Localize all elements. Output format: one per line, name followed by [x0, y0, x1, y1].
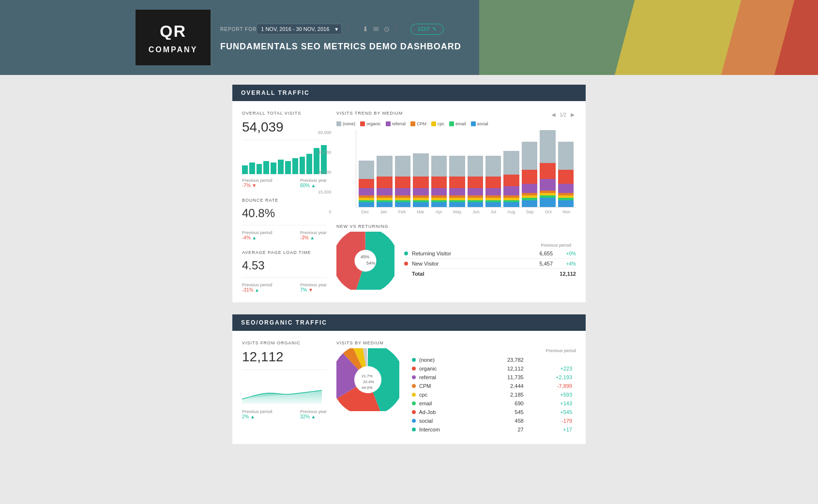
bar-seg-social [485, 202, 501, 207]
x-aug: Aug [507, 209, 515, 214]
bar-seg-organic [522, 170, 537, 184]
legend-cpm-label: CPM [417, 121, 426, 126]
medium-prev-period-header: Previous period [545, 348, 576, 353]
returning-dot [404, 252, 408, 255]
legend-email-dot [449, 121, 454, 126]
bounce-rate-prev-row: Previous period -4% ▲ Previous year -3% … [242, 230, 327, 240]
bar-seg-social [540, 198, 555, 207]
legend-referral-dot [386, 121, 391, 126]
organic-visits-label: VISITS FROM ORGANIC [242, 341, 327, 345]
bar-group-10 [540, 130, 555, 207]
arrow-up-icon2: ▲ [252, 235, 257, 240]
new-vs-returning-widget: NEW VS RETURNING 45% 54% [336, 224, 576, 290]
bar-seg-social [468, 202, 483, 207]
x-nov: Nov [563, 209, 571, 214]
svg-text:22.4%: 22.4% [363, 380, 374, 384]
bar-seg-organic [413, 177, 428, 188]
medium-value: 27 [479, 426, 527, 433]
overall-traffic-header: OVERALL TRAFFIC [232, 85, 586, 101]
medium-table-row: social 458 -179 [410, 417, 575, 425]
returning-label: Returning Visitor [412, 251, 520, 256]
bar-seg-organic [449, 177, 465, 188]
total-dot-placeholder [404, 272, 408, 276]
medium-value: 690 [479, 400, 527, 407]
chart-page: 1/2 [560, 112, 566, 118]
medium-change: +17 [528, 426, 575, 433]
legend-email: email [449, 121, 466, 126]
settings-icon[interactable]: ⊙ [384, 25, 390, 33]
medium-table-row: CPM 2,444 -7,899 [410, 382, 575, 390]
medium-change: +593 [528, 391, 575, 399]
legend-cpc: cpc [431, 121, 444, 126]
header-icons: ⬇ ✉ ⊙ [363, 25, 390, 33]
bar-group-6 [468, 156, 483, 207]
medium-change: +143 [528, 400, 575, 407]
bar-5 [271, 163, 276, 174]
y-label-30k: 30,000 [318, 170, 332, 175]
overall-traffic-body: OVERALL TOTAL VISITS 54,039 [232, 101, 586, 302]
bar-seg-none [431, 156, 447, 177]
medium-dot [412, 384, 416, 388]
medium-dot [412, 401, 416, 405]
bar-seg-social [503, 202, 519, 207]
chart-wrapper: 60,000 45,000 30,000 15,000 0 [336, 130, 576, 214]
total-visits-prev-row: Previous period -7% ▼ Previous year 60% … [242, 178, 327, 188]
x-jul: Jul [491, 209, 497, 214]
date-range-select[interactable]: 1 NOV, 2016 - 30 NOV, 2016 [257, 24, 342, 34]
pencil-icon: ✎ [432, 26, 437, 32]
legend-organic-label: organic [366, 121, 381, 126]
bar-group-4 [431, 156, 447, 207]
medium-label: Ad-Job [419, 409, 436, 415]
bar-10 [306, 154, 312, 174]
logo-company: COMPANY [149, 45, 198, 54]
avg-load-prev-row: Previous period -31% ▲ Previous year 7% … [242, 282, 327, 293]
next-chart-btn[interactable]: ► [569, 111, 576, 119]
new-dot [404, 262, 408, 266]
prev-period-change: -7% [242, 183, 251, 188]
arrow-up-icon: ▲ [311, 183, 316, 188]
returning-row: Returning Visitor 6,655 +0% [404, 249, 576, 259]
edit-label: EDIT [418, 26, 430, 32]
email-icon[interactable]: ✉ [373, 25, 379, 33]
avg-load-label: AVERAGE PAGE LOAD TIME [242, 250, 327, 255]
total-value: 12,112 [547, 271, 576, 277]
bar-seg-none [413, 153, 428, 177]
medium-table-row: cpc 2,185 +593 [410, 391, 575, 399]
x-may: May [453, 209, 461, 214]
new-value: 5,457 [524, 261, 553, 267]
bounce-rate-widget: BOUNCE RATE 40.8% Previous period -4% ▲ … [242, 198, 327, 240]
bar-seg-social [395, 202, 410, 207]
separator: | [347, 26, 348, 32]
medium-value: 2,185 [479, 391, 527, 399]
bar-seg-organic [468, 177, 483, 188]
medium-change: +223 [528, 365, 575, 372]
arrow-down-icon: ▼ [252, 183, 257, 188]
organic-arrow-up2: ▲ [311, 414, 316, 419]
bar-seg-organic [558, 170, 574, 184]
legend-social-label: social [477, 121, 488, 126]
medium-pie-chart: 21.7% 22.4% 44.0% [336, 348, 399, 411]
bar-group-5 [449, 156, 465, 207]
bar-seg-social [359, 202, 374, 207]
prev-chart-btn[interactable]: ◄ [550, 111, 557, 119]
medium-table-row: email 690 +143 [410, 400, 575, 407]
x-feb: Feb [398, 209, 406, 214]
bar-seg-none [522, 142, 537, 170]
bar-seg-referral [413, 188, 428, 195]
edit-button[interactable]: EDIT ✎ [410, 24, 443, 35]
bar-seg-referral [485, 188, 501, 195]
new-change: +4% [557, 261, 576, 267]
bar-group-8 [503, 151, 519, 207]
organic-prev-period-change: 2% [242, 414, 249, 419]
date-select-wrapper[interactable]: 1 NOV, 2016 - 30 NOV, 2016 ▼ [257, 24, 342, 34]
total-visits-widget: OVERALL TOTAL VISITS 54,039 [242, 111, 327, 188]
bounce-prev-year-change: -3% [300, 235, 309, 240]
legend-organic: organic [360, 121, 381, 126]
bar-seg-organic [431, 177, 447, 188]
bounce-prev-period: Previous period -4% ▲ [242, 230, 273, 240]
bar-4 [263, 161, 269, 174]
overall-traffic-grid: OVERALL TOTAL VISITS 54,039 [242, 111, 576, 293]
medium-table-row: (none) 23,782 [410, 356, 575, 364]
bar-seg-social [413, 202, 428, 207]
download-icon[interactable]: ⬇ [363, 25, 368, 33]
